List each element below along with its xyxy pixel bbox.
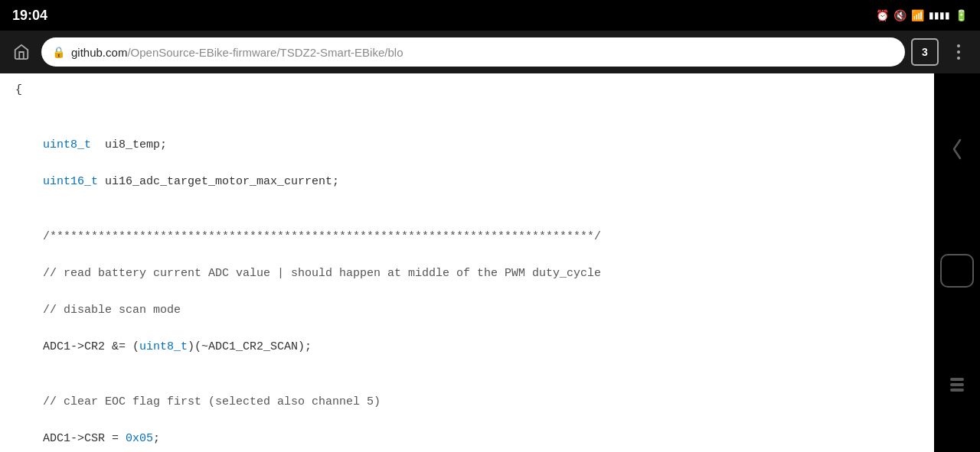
recents-bar-2 bbox=[950, 383, 964, 386]
signal-icon: ▮▮▮▮ bbox=[929, 10, 950, 21]
url-text: github.com/OpenSource-EBike-firmware/TSD… bbox=[71, 46, 403, 59]
code-line-11: // clear EOC flag first (selected also c… bbox=[15, 393, 919, 411]
back-button[interactable] bbox=[948, 134, 966, 164]
tab-count-button[interactable]: 3 bbox=[911, 38, 939, 66]
right-panel bbox=[934, 73, 980, 452]
lock-icon: 🔒 bbox=[52, 46, 65, 58]
recents-bar-3 bbox=[950, 389, 964, 392]
mute-icon: 🔇 bbox=[893, 9, 906, 21]
code-block: { uint8_t ui8_temp; uint16_t ui16_adc_ta… bbox=[0, 81, 934, 452]
code-line-12: ADC1->CSR = 0x05; bbox=[15, 430, 919, 448]
address-bar[interactable]: 🔒 github.com/OpenSource-EBike-firmware/T… bbox=[41, 37, 905, 67]
status-icons: ⏰ 🔇 📶 ▮▮▮▮ 🔋 bbox=[876, 9, 968, 21]
menu-dot-2 bbox=[957, 50, 960, 54]
home-button[interactable] bbox=[8, 38, 35, 66]
status-time: 19:04 bbox=[12, 8, 47, 24]
code-line-7: // read battery current ADC value | shou… bbox=[15, 265, 919, 283]
code-area[interactable]: { uint8_t ui8_temp; uint16_t ui16_adc_ta… bbox=[0, 73, 934, 452]
url-domain: github.com bbox=[71, 46, 127, 59]
code-line-8: // disable scan mode bbox=[15, 301, 919, 320]
alarm-icon: ⏰ bbox=[876, 9, 889, 21]
menu-dot-3 bbox=[957, 57, 960, 60]
code-line-4: uint16_t ui16_adc_target_motor_max_curre… bbox=[15, 173, 919, 191]
menu-button[interactable] bbox=[945, 38, 972, 66]
android-home-button[interactable] bbox=[940, 254, 974, 288]
battery-icon: 🔋 bbox=[955, 9, 968, 21]
content-wrapper: { uint8_t ui8_temp; uint16_t ui16_adc_ta… bbox=[0, 73, 980, 452]
url-path: /OpenSource-EBike-firmware/TSDZ2-Smart-E… bbox=[127, 46, 403, 59]
menu-dot-1 bbox=[957, 44, 960, 47]
status-bar: 19:04 ⏰ 🔇 📶 ▮▮▮▮ 🔋 bbox=[0, 0, 980, 31]
code-line-9: ADC1->CR2 &= (uint8_t)(~ADC1_CR2_SCAN); bbox=[15, 338, 919, 356]
recents-bar-1 bbox=[950, 378, 964, 381]
wifi-icon: 📶 bbox=[911, 9, 924, 21]
code-line-1: { bbox=[15, 81, 919, 99]
tab-count-label: 3 bbox=[922, 46, 928, 58]
recents-button[interactable] bbox=[950, 378, 964, 392]
code-line-6: /***************************************… bbox=[15, 228, 919, 246]
browser-chrome: 🔒 github.com/OpenSource-EBike-firmware/T… bbox=[0, 31, 980, 73]
code-line-3: uint8_t ui8_temp; bbox=[15, 136, 919, 154]
